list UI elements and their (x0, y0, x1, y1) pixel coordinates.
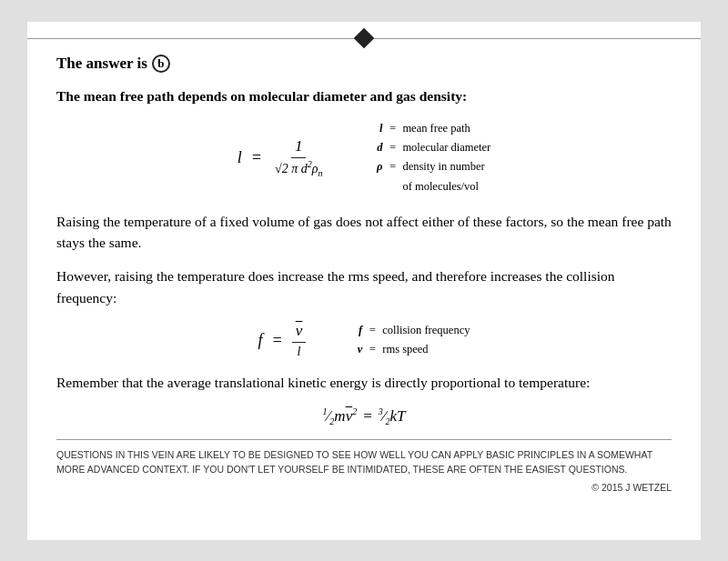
legend2-row-v: v = rms speed (349, 340, 470, 359)
legend2-eq-f: = (366, 321, 379, 340)
legend2-var-f: f (349, 321, 362, 340)
formula1-lhs: l = 1 √2 π d2ρn (238, 137, 327, 178)
formula3-rhs: 3⁄2kT (379, 406, 406, 426)
legend2-desc-f: collision frequency (382, 321, 470, 340)
formula2-fraction: v l (292, 322, 307, 359)
formula2-numerator: v (292, 322, 307, 343)
formula1-fraction: 1 √2 π d2ρn (271, 137, 326, 178)
legend2-var-v: v (349, 340, 362, 359)
legend-eq-l: = (386, 119, 399, 138)
legend-row-d: d = molecular diameter (369, 138, 490, 157)
formula2-legend: f = collision frequency v = rms speed (349, 321, 470, 360)
formula2-lhs: f = v l (258, 322, 307, 359)
legend-row-rho2: of molecules/vol (369, 177, 490, 196)
legend-var-l: l (369, 119, 382, 138)
formula1-l: l (238, 148, 242, 167)
diamond-icon (354, 27, 375, 48)
formula1-legend: l = mean free path d = molecular diamete… (369, 119, 490, 196)
legend2-eq-v: = (366, 340, 379, 359)
legend-row-rho: ρ = density in number (369, 157, 490, 176)
section4-text: Remember that the average translational … (56, 372, 672, 393)
section2-text: Raising the temperature of a fixed volum… (56, 211, 672, 254)
legend-eq-rho: = (386, 157, 399, 176)
formula3-eq: = (362, 407, 372, 426)
answer-choice: b (152, 55, 170, 73)
legend2-desc-v: rms speed (382, 340, 428, 359)
legend-row-l: l = mean free path (369, 119, 490, 138)
formula2-denominator: l (294, 343, 305, 359)
section3-text: However, raising the temperature does in… (56, 265, 672, 308)
section1-text: The mean free path depends on molecular … (56, 85, 672, 106)
legend-desc-l: mean free path (402, 119, 470, 138)
main-card: The answer is b The mean free path depen… (27, 22, 701, 540)
legend-desc-d: molecular diameter (402, 138, 490, 157)
legend-var-rho: ρ (369, 157, 382, 176)
answer-label: The answer is (56, 55, 147, 73)
radical-symbol: √2 π d2ρn (275, 162, 322, 175)
legend-eq-d: = (386, 138, 399, 157)
formula2-f: f (258, 331, 263, 350)
formula1-denominator: √2 π d2ρn (271, 158, 326, 178)
formula2-equals: = (272, 331, 283, 350)
answer-line: The answer is b (56, 55, 672, 73)
legend2-row-f: f = collision frequency (349, 321, 470, 340)
formula1-equals: = (251, 148, 262, 167)
formula1-numerator: 1 (291, 137, 307, 158)
formula1-block: l = 1 √2 π d2ρn l = mean free path d = m… (56, 119, 672, 196)
copyright: © 2015 J WETZEL (56, 482, 672, 493)
formula3-half: 1⁄2mv2 (323, 406, 358, 426)
footer-note: QUESTIONS IN THIS VEIN ARE LIKELY TO BE … (56, 447, 672, 477)
diamond-container (56, 22, 672, 45)
legend-desc-rho: density in number (402, 157, 484, 176)
formula2-block: f = v l f = collision frequency v = rms … (56, 321, 672, 360)
formula3-block: 1⁄2mv2 = 3⁄2kT (56, 406, 672, 426)
legend-desc-rho2: of molecules/vol (402, 177, 479, 196)
bottom-separator (56, 439, 672, 440)
legend-var-d: d (369, 138, 382, 157)
